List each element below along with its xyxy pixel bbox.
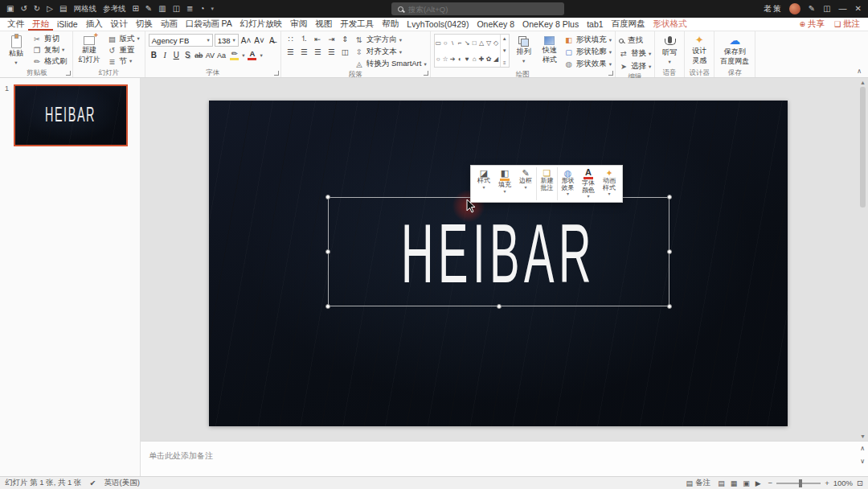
ribbon-tab[interactable]: 切换: [132, 18, 157, 31]
minibar-button[interactable]: ✦ 动画样式 ▾: [599, 167, 620, 200]
qat-icon[interactable]: ▤: [59, 0, 67, 18]
qat-icon[interactable]: ↺: [20, 0, 27, 18]
minibar-button[interactable]: ✎ 边框 ▾: [515, 167, 536, 200]
comments-button[interactable]: ❑ 批注: [834, 18, 860, 30]
decrease-font-size-button[interactable]: A˅: [253, 35, 265, 47]
next-slide-button[interactable]: ∨: [860, 458, 865, 465]
shape-option[interactable]: ➔: [449, 51, 457, 67]
shape-option[interactable]: ◇: [493, 35, 500, 51]
paragraph-dialog-launcher[interactable]: [424, 71, 428, 76]
selection-handle[interactable]: [667, 304, 672, 309]
minibar-button[interactable]: ◪ 样式 ▾: [473, 167, 494, 200]
shape-option[interactable]: \: [449, 35, 457, 51]
shape-option[interactable]: △: [478, 35, 485, 51]
text-direction-button[interactable]: ⇅文字方向▾: [354, 35, 427, 45]
align-center-button[interactable]: ☰: [298, 47, 310, 57]
scrollbar-thumb[interactable]: [860, 87, 866, 208]
selection-handle[interactable]: [326, 249, 330, 254]
qat-icon[interactable]: ◫: [173, 0, 180, 18]
align-right-button[interactable]: ☰: [312, 47, 324, 57]
columns-button[interactable]: ◫: [339, 47, 351, 57]
ribbon-tab[interactable]: tab1: [583, 18, 607, 31]
ribbon-tab[interactable]: 幻灯片放映: [236, 18, 287, 31]
qat-icon[interactable]: ▥: [158, 0, 166, 18]
shape-option[interactable]: ○: [442, 35, 449, 51]
selection-handle[interactable]: [667, 249, 672, 254]
font-family-select[interactable]: Agency FB▾: [149, 34, 213, 47]
shape-option[interactable]: □: [471, 35, 478, 51]
save-to-baidu-button[interactable]: ☁ 保存到 百度网盘: [718, 33, 751, 67]
ribbon-display-options-icon[interactable]: ◫: [823, 0, 830, 18]
replace-button[interactable]: ⇄替换▾: [619, 48, 651, 59]
avatar[interactable]: [789, 3, 800, 14]
scroll-down-icon[interactable]: ▼: [860, 434, 866, 439]
gallery-down-icon[interactable]: ▼: [502, 48, 507, 53]
font-style-button[interactable]: S: [182, 49, 193, 61]
minimize-icon[interactable]: —: [839, 0, 847, 18]
ribbon-tab[interactable]: 开始: [28, 18, 53, 31]
qat-icon[interactable]: ≣: [186, 0, 193, 18]
font-style-button[interactable]: ab: [194, 49, 204, 61]
ribbon-tab[interactable]: 百度网盘: [608, 18, 649, 31]
text-highlight-button[interactable]: ✏: [228, 49, 240, 61]
shape-option[interactable]: ◢: [493, 51, 500, 67]
design-ideas-button[interactable]: ✦ 设计 灵感: [688, 33, 710, 66]
ribbon-tab[interactable]: 审阅: [286, 18, 311, 31]
paste-button[interactable]: 粘贴 ▾: [5, 33, 27, 68]
zoom-level[interactable]: 100%: [833, 479, 853, 487]
shape-option[interactable]: ⌂: [471, 51, 478, 67]
quick-styles-button[interactable]: 快速 样式: [538, 33, 561, 65]
slide-thumbnail[interactable]: HEIBAR: [14, 84, 128, 146]
selection-box[interactable]: [328, 197, 669, 306]
spellcheck-icon[interactable]: ✔: [90, 479, 96, 487]
view-button[interactable]: ▣: [743, 479, 750, 487]
format-painter-button[interactable]: ✏格式刷: [31, 55, 69, 67]
previous-slide-button[interactable]: ∧: [860, 445, 865, 452]
ribbon-tab[interactable]: 形状格式: [649, 18, 691, 31]
qat-icon[interactable]: ✎: [145, 0, 152, 18]
search-box[interactable]: [391, 2, 564, 15]
ribbon-tab[interactable]: 口袋动画 PA: [182, 18, 236, 31]
zoom-out-icon[interactable]: −: [768, 479, 773, 487]
qat-dropdown-icon[interactable]: ▾: [211, 6, 215, 12]
close-icon[interactable]: ✕: [855, 0, 862, 18]
section-button[interactable]: ≣节▾: [106, 55, 141, 67]
minibar-button[interactable]: ◧ 填充 ▾: [494, 167, 515, 200]
convert-smartart-button[interactable]: ◬转换为 SmartArt▾: [354, 59, 427, 69]
clipboard-dialog-launcher[interactable]: [66, 71, 71, 76]
notes-toggle-button[interactable]: ▤备注: [686, 478, 711, 488]
cut-button[interactable]: ✂剪切: [31, 33, 69, 44]
font-style-button[interactable]: U: [171, 49, 182, 61]
view-button[interactable]: ▤: [718, 479, 725, 487]
ribbon-tab[interactable]: LvyhTools(0429): [403, 18, 473, 31]
layout-button[interactable]: ▤版式▾: [106, 33, 141, 44]
ribbon-tab[interactable]: iSlide: [53, 18, 82, 31]
ink-icon[interactable]: ✎: [809, 0, 815, 18]
notes-pane[interactable]: 单击此处添加备注 ∧ ∨: [141, 441, 868, 476]
view-button[interactable]: ▶: [755, 479, 761, 487]
bullets-button[interactable]: ∷: [285, 34, 297, 44]
increase-font-size-button[interactable]: A˄: [240, 35, 252, 47]
view-button[interactable]: ▦: [731, 479, 738, 487]
shape-option[interactable]: ♥: [464, 51, 471, 67]
numbering-button[interactable]: ⒈: [298, 34, 310, 44]
ribbon-tab[interactable]: 插入: [82, 18, 107, 31]
qat-icon[interactable]: ⊞: [132, 0, 138, 18]
dictate-button[interactable]: 听写 ▾: [658, 33, 681, 67]
shape-option[interactable]: ▽: [485, 35, 493, 51]
ribbon-tab[interactable]: 视图: [311, 18, 336, 31]
search-input[interactable]: [408, 5, 558, 14]
gallery-up-icon[interactable]: ▲: [502, 36, 507, 41]
qat-icon[interactable]: ▣: [6, 0, 14, 18]
font-color-button[interactable]: A: [246, 49, 258, 61]
font-dialog-launcher[interactable]: [274, 71, 279, 76]
ribbon-tab[interactable]: 设计: [107, 18, 132, 31]
drawing-dialog-launcher[interactable]: [608, 71, 613, 76]
shape-option[interactable]: ◐: [457, 51, 464, 67]
line-spacing-button[interactable]: ⇕: [339, 34, 351, 44]
qat-icon[interactable]: ▷: [47, 0, 53, 18]
font-style-button[interactable]: I: [160, 49, 170, 61]
font-style-button[interactable]: B: [149, 49, 159, 61]
shape-option[interactable]: ✿: [485, 51, 493, 67]
clear-formatting-button[interactable]: A̶: [267, 35, 277, 47]
